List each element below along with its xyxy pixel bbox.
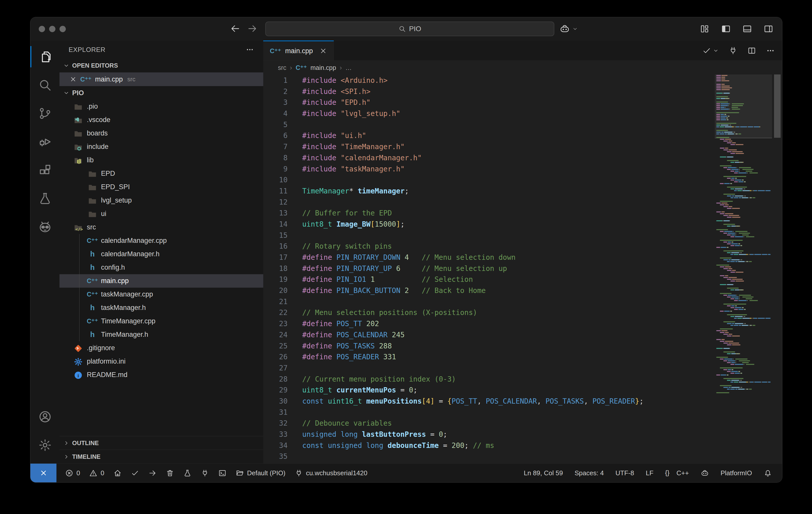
status-right-ln-89-col-59[interactable]: Ln 89, Col 59 bbox=[524, 469, 563, 477]
status-left-plug[interactable] bbox=[201, 469, 209, 477]
tree-item-config.h[interactable]: hconfig.h bbox=[59, 261, 263, 274]
minimap[interactable] bbox=[716, 75, 771, 400]
tab-main-cpp[interactable]: C⁺⁺ main.cpp bbox=[263, 40, 334, 60]
tree-item-TimeManager.h[interactable]: hTimeManager.h bbox=[59, 328, 263, 341]
tree-item-EPD[interactable]: EPD bbox=[59, 167, 263, 180]
activity-bar-item-extensions[interactable] bbox=[30, 156, 59, 184]
tree-item-calendarManager.cpp[interactable]: C⁺⁺calendarManager.cpp bbox=[59, 234, 263, 247]
account-icon bbox=[38, 410, 52, 424]
tree-item-lib[interactable]: lib bbox=[59, 153, 263, 167]
code-line-29: 29uint8_t currentMenuPos = 0; bbox=[263, 384, 644, 396]
line-number: 30 bbox=[263, 396, 288, 407]
trash-icon bbox=[166, 469, 174, 477]
status-left-cu-wchusbserial1420[interactable]: cu.wchusbserial1420 bbox=[295, 469, 368, 477]
maximize-window-button[interactable] bbox=[59, 26, 66, 32]
open-editor-main-cpp[interactable]: C⁺⁺ main.cpp src bbox=[59, 73, 263, 86]
tree-item-lvgl_setup[interactable]: lvgl_setup bbox=[59, 194, 263, 207]
toggle-secondary-sidebar-icon[interactable] bbox=[763, 24, 774, 34]
tree-item-EPD_SPI[interactable]: EPD_SPI bbox=[59, 180, 263, 194]
line-number: 16 bbox=[263, 241, 288, 252]
status-left-beaker[interactable] bbox=[183, 469, 192, 477]
tree-item-.vscode[interactable]: .vscode bbox=[59, 113, 263, 126]
breadcrumb-src[interactable]: src bbox=[278, 64, 286, 72]
minimize-window-button[interactable] bbox=[49, 26, 55, 32]
status-right-utf-8[interactable]: UTF-8 bbox=[616, 469, 634, 477]
status-right-spaces-4[interactable]: Spaces: 4 bbox=[575, 469, 604, 477]
outline-section[interactable]: OUTLINE bbox=[59, 436, 263, 450]
tree-item-boards[interactable]: boards bbox=[59, 126, 263, 140]
close-tab-icon[interactable] bbox=[319, 47, 327, 55]
search-text: PIO bbox=[409, 25, 421, 33]
cpp-icon: C⁺⁺ bbox=[80, 76, 91, 83]
more-actions-icon[interactable] bbox=[766, 46, 775, 55]
tree-item-README.md[interactable]: iREADME.md bbox=[59, 368, 263, 381]
status-right-bell[interactable] bbox=[764, 469, 772, 477]
tree-item-label: platformio.ini bbox=[87, 358, 125, 365]
breadcrumb-symbol[interactable]: … bbox=[346, 64, 352, 72]
breadcrumb-file[interactable]: main.cpp bbox=[310, 64, 336, 72]
tree-item-.gitignore[interactable]: .gitignore bbox=[59, 341, 263, 355]
tree-item-taskManager.h[interactable]: htaskManager.h bbox=[59, 301, 263, 314]
activity-bar-item-search[interactable] bbox=[30, 71, 59, 99]
status-right-c-[interactable]: {}C++ bbox=[665, 469, 689, 477]
line-number: 1 bbox=[263, 75, 288, 86]
folder-open-icon bbox=[236, 469, 244, 477]
open-editors-section[interactable]: OPEN EDITORS bbox=[59, 59, 263, 73]
status-left-check[interactable] bbox=[131, 469, 139, 477]
tree-item-.pio[interactable]: .pio bbox=[59, 100, 263, 113]
status-right-platformio[interactable]: PlatformIO bbox=[721, 469, 752, 477]
project-root-label: PIO bbox=[72, 89, 84, 97]
code-line-26: 26#define POS_READER 331 bbox=[263, 351, 644, 363]
breadcrumb[interactable]: src › C⁺⁺ main.cpp › … bbox=[263, 61, 782, 75]
tree-item-ui[interactable]: ui bbox=[59, 207, 263, 221]
window-controls[interactable] bbox=[39, 26, 66, 32]
back-icon[interactable] bbox=[230, 23, 240, 34]
forward-icon[interactable] bbox=[247, 23, 258, 34]
vertical-scrollbar[interactable] bbox=[774, 75, 781, 138]
close-icon[interactable] bbox=[69, 76, 77, 83]
tree-item-platformio.ini[interactable]: platformio.ini bbox=[59, 355, 263, 368]
split-editor-icon[interactable] bbox=[747, 46, 756, 55]
toggle-primary-sidebar-icon[interactable] bbox=[721, 24, 731, 34]
tree-item-calendarManager.h[interactable]: hcalendarManager.h bbox=[59, 247, 263, 261]
status-left-home[interactable] bbox=[113, 469, 122, 477]
activity-bar-item-run-debug[interactable] bbox=[30, 127, 59, 156]
serial-monitor-icon[interactable] bbox=[728, 46, 737, 55]
tree-item-include[interactable]: include bbox=[59, 140, 263, 153]
activity-bar-item-source-control[interactable] bbox=[30, 99, 59, 127]
command-center-search[interactable]: PIO bbox=[265, 22, 554, 36]
project-root-pio[interactable]: PIO bbox=[59, 86, 263, 100]
activity-bar-item-explorer[interactable] bbox=[30, 42, 59, 71]
customize-layout-icon[interactable] bbox=[700, 24, 710, 34]
warn-triangle-icon bbox=[89, 469, 97, 477]
status-left-0[interactable]: 0 bbox=[65, 469, 80, 477]
activity-bar-item-testing[interactable] bbox=[30, 184, 59, 213]
status-left-default-pio-[interactable]: Default (PIO) bbox=[236, 469, 286, 477]
activity-bar-item-platformio[interactable] bbox=[30, 213, 59, 241]
status-right-lf[interactable]: LF bbox=[646, 469, 653, 477]
tree-item-main.cpp[interactable]: C⁺⁺main.cpp bbox=[59, 274, 263, 288]
tree-item-TimeManager.cpp[interactable]: C⁺⁺TimeManager.cpp bbox=[59, 314, 263, 328]
line-number: 21 bbox=[263, 296, 288, 307]
copilot-menu[interactable] bbox=[559, 24, 578, 34]
status-left-trash[interactable] bbox=[166, 469, 174, 477]
activity-bar-item-settings[interactable] bbox=[30, 431, 59, 459]
status-right-copilot[interactable] bbox=[701, 469, 709, 477]
folder-icon bbox=[88, 196, 97, 205]
status-left-0[interactable]: 0 bbox=[89, 469, 104, 477]
status-left-arrow-right[interactable] bbox=[148, 469, 157, 477]
remote-indicator[interactable] bbox=[30, 464, 56, 482]
code-editor[interactable]: 1#include <Arduino.h>2#include <SPI.h>3#… bbox=[263, 75, 782, 463]
activity-bar-item-accounts[interactable] bbox=[30, 403, 59, 431]
tree-item-taskManager.cpp[interactable]: C⁺⁺taskManager.cpp bbox=[59, 288, 263, 301]
views-more-actions-icon[interactable] bbox=[245, 45, 254, 54]
status-left-terminal[interactable] bbox=[218, 469, 227, 477]
code-line-27: 27 bbox=[263, 363, 644, 374]
code-line-23: 23#define POS_TT 202 bbox=[263, 318, 644, 330]
cpp-icon: C⁺⁺ bbox=[88, 290, 97, 299]
timeline-section[interactable]: TIMELINE bbox=[59, 450, 263, 463]
tree-item-src[interactable]: </>src bbox=[59, 221, 263, 234]
run-task-button[interactable] bbox=[702, 46, 719, 55]
close-window-button[interactable] bbox=[39, 26, 45, 32]
toggle-panel-icon[interactable] bbox=[742, 24, 752, 34]
